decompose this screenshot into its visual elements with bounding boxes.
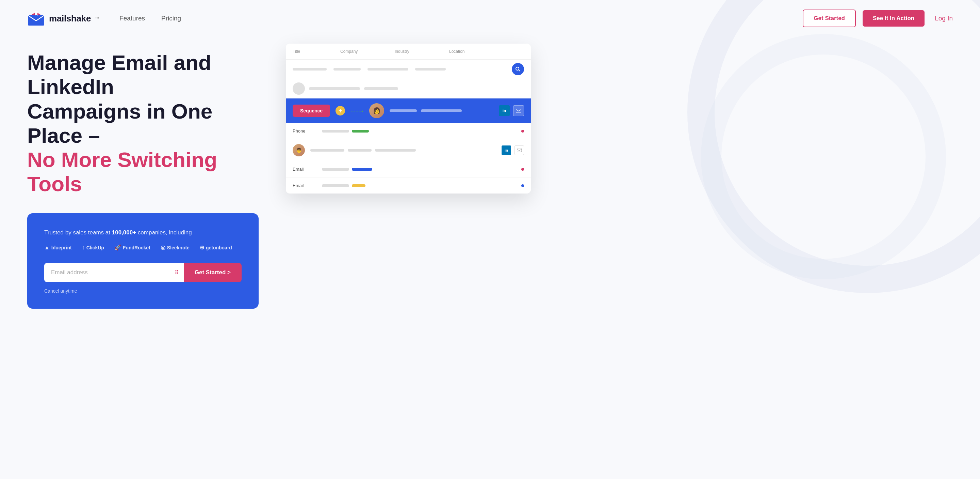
ui-mockup: Title Company Industry Location (286, 44, 531, 193)
company-logo-getonboard: ⊕ getonboard (200, 244, 232, 251)
get-started-outline-button[interactable]: Get Started (803, 10, 856, 27)
company-logo-clickup: ↑ ClickUp (82, 244, 104, 251)
indicator-phone (521, 130, 524, 133)
linkedin-icon[interactable]: in (499, 105, 510, 116)
mockup-row-email1: Email (286, 161, 531, 177)
bar-yellow-email2 (352, 184, 366, 187)
bar-gray-phone (322, 130, 349, 133)
info-bar (364, 87, 398, 90)
row-bars-phone (322, 130, 516, 133)
avatar-placeholder (293, 83, 305, 95)
contact2-linkedin-icon[interactable]: in (501, 145, 511, 155)
bar-2 (334, 68, 361, 70)
logo-link[interactable]: mailshake™ (27, 11, 99, 26)
mockup-row-contact2: 👨 in (286, 139, 531, 161)
trust-highlight: 100,000+ (112, 229, 136, 236)
search-icon (515, 66, 520, 72)
action-icons: in (499, 105, 524, 116)
navbar: mailshake™ Features Pricing Get Started … (0, 0, 980, 37)
contact2-bar3 (375, 149, 416, 152)
row-bars-email1 (322, 168, 516, 171)
company-logo-fundrocket: 🚀 FundRocket (115, 244, 150, 251)
email-icon (516, 109, 521, 113)
logo-tm: ™ (95, 16, 99, 21)
headline-line1: Manage Email and LinkedIn (27, 51, 211, 99)
svg-line-2 (519, 70, 520, 71)
nav-actions: Get Started See It In Action Log In (803, 10, 953, 27)
left-section: Manage Email and LinkedIn Campaigns in O… (27, 50, 266, 309)
row-label-phone: Phone (293, 128, 317, 134)
bar-1 (293, 68, 327, 70)
row-label-email2: Email (293, 183, 317, 188)
company-logo-sleeknote: ◎ Sleeknote (161, 244, 189, 251)
logo-icon (27, 11, 45, 26)
contact-bar-2 (421, 109, 462, 112)
cta-card: Trusted by sales teams at 100,000+ compa… (27, 213, 259, 309)
trust-text: Trusted by sales teams at 100,000+ compa… (44, 228, 242, 237)
contact2-avatar: 👨 (293, 144, 305, 156)
see-it-in-action-button[interactable]: See It In Action (862, 10, 924, 27)
email-small-icon (517, 148, 522, 152)
email-input-wrapper: ⠿ (44, 263, 184, 282)
connector-arrow: - - -→ (350, 107, 364, 115)
bar-blue-email1 (352, 168, 372, 171)
headline-accent: No More Switching Tools (27, 147, 266, 196)
contact2-bar2 (348, 149, 372, 152)
cancel-text: Cancel anytime (44, 288, 242, 294)
svg-rect-3 (516, 109, 521, 113)
contact2-action-icons: in (501, 145, 524, 155)
svg-rect-4 (517, 148, 522, 152)
col-title: Title (293, 49, 340, 54)
mockup-table-header: Title Company Industry Location (286, 44, 531, 60)
col-company: Company (340, 49, 395, 54)
svg-point-1 (516, 67, 519, 70)
divider-row (286, 79, 531, 99)
contact2-email-icon[interactable] (514, 145, 524, 155)
indicator-email1 (521, 168, 524, 171)
main-content: Manage Email and LinkedIn Campaigns in O… (0, 37, 980, 336)
mockup-row-phone: Phone (286, 123, 531, 139)
search-bars (293, 63, 512, 75)
get-started-cta-button[interactable]: Get Started > (184, 263, 242, 282)
trust-before: Trusted by sales teams at (44, 229, 112, 236)
row-label-email1: Email (293, 167, 317, 172)
headline-line2: Campaigns in One Place – (27, 99, 212, 147)
bar-3 (368, 68, 408, 70)
bar-gray-email1 (322, 168, 349, 171)
row-bars-email2 (322, 184, 516, 187)
login-button[interactable]: Log In (935, 14, 953, 22)
mockup-row-email2: Email (286, 177, 531, 193)
contact2-info (310, 149, 496, 152)
contact-bar-1 (390, 109, 417, 112)
email-form: ⠿ Get Started > (44, 263, 242, 282)
bar-gray-email2 (322, 184, 349, 187)
contact2-bar1 (310, 149, 344, 152)
mockup-search-row (286, 60, 531, 79)
company-logo-blueprint: ▲ blueprint (44, 244, 72, 251)
contact-avatar: 👩 (369, 103, 384, 118)
bar-green-phone (352, 130, 369, 133)
mockup-highlighted-row: Sequence + - - -→ 👩 in (286, 99, 531, 123)
email-input[interactable] (44, 263, 184, 282)
nav-link-features[interactable]: Features (119, 14, 145, 22)
logo-text: mailshake (49, 13, 91, 24)
col-industry: Industry (395, 49, 449, 54)
nav-links: Features Pricing (119, 14, 803, 22)
col-actions (511, 49, 524, 54)
divider-content (293, 83, 524, 95)
trust-after: companies, including (136, 229, 192, 236)
bar-4 (415, 68, 446, 70)
email-action-icon[interactable] (513, 105, 524, 116)
sequence-button[interactable]: Sequence (293, 105, 330, 117)
plus-circle[interactable]: + (336, 106, 345, 115)
contact-info-bar (390, 109, 493, 112)
indicator-email2 (521, 184, 524, 187)
sequence-label: Sequence (300, 108, 323, 113)
email-input-icon: ⠿ (175, 269, 179, 276)
right-section: Title Company Industry Location (286, 44, 953, 214)
nav-link-pricing[interactable]: Pricing (161, 14, 181, 22)
search-circle[interactable] (512, 63, 524, 75)
headline: Manage Email and LinkedIn Campaigns in O… (27, 50, 266, 147)
col-location: Location (449, 49, 511, 54)
company-logos: ▲ blueprint ↑ ClickUp 🚀 FundRocket ◎ Sle… (44, 244, 242, 251)
